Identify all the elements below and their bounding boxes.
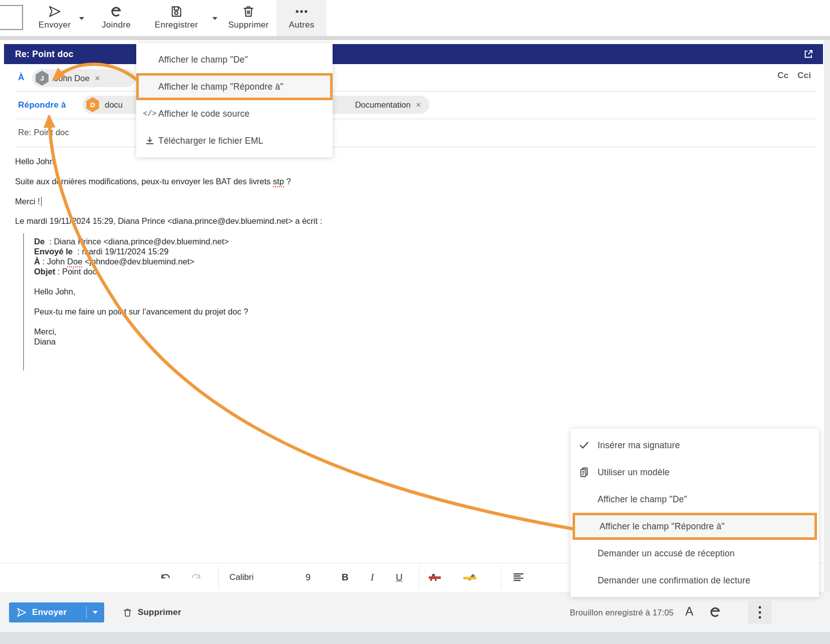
- trash-icon: [122, 607, 133, 618]
- open-in-new-window-icon[interactable]: [802, 48, 814, 60]
- menu-item-download-eml[interactable]: Télécharger le fichier EML: [136, 127, 333, 154]
- undo-icon: [159, 571, 172, 584]
- to-recipient-chip[interactable]: J John Doe ✕: [32, 69, 135, 87]
- misspelled-word: stp: [273, 177, 284, 187]
- save-icon: [169, 4, 183, 19]
- save-options-caret[interactable]: [212, 17, 217, 20]
- underline-button[interactable]: U: [396, 563, 403, 591]
- send-button-label: Envoyer: [32, 607, 67, 617]
- row-divider: [15, 147, 816, 147]
- template-icon: [577, 466, 591, 478]
- align-left-icon: [512, 571, 525, 584]
- ellipsis-icon: [295, 4, 309, 19]
- font-size-select[interactable]: 9: [306, 563, 311, 591]
- highlight-color-swatch: [463, 577, 476, 579]
- quote-line: Hello John,: [34, 286, 585, 296]
- check-icon: [577, 439, 591, 451]
- to-chip-name: John Doe: [54, 74, 90, 83]
- quote-header-objet: Objet : Point doc: [34, 266, 585, 276]
- undo-button[interactable]: [159, 563, 172, 591]
- bold-button[interactable]: B: [342, 563, 349, 591]
- discard-draft-button[interactable]: Supprimer: [122, 599, 181, 626]
- compose-title-bar: Re: Point doc: [4, 44, 823, 64]
- compose-footer-bar: Envoyer Supprimer Brouillon enregistré à…: [0, 592, 830, 632]
- font-color-button[interactable]: A: [430, 563, 437, 591]
- others-dropdown-menu: Afficher le champ "De" Afficher le champ…: [136, 43, 333, 157]
- menu-item-show-replyto[interactable]: Afficher le champ "Répondre à": [136, 73, 333, 100]
- menu-item-delivery-receipt[interactable]: Demander un accusé de réception: [571, 540, 819, 567]
- menu-item-show-de[interactable]: Afficher le champ "De": [571, 486, 819, 513]
- empty-box: [0, 5, 23, 30]
- body-paragraph[interactable]: Merci !: [15, 197, 42, 206]
- bottom-margin-strip: [0, 632, 830, 644]
- toolbar-separator: [218, 565, 219, 589]
- toolbar-separator: [501, 565, 501, 589]
- others-toolbar-button[interactable]: Autres: [276, 4, 327, 34]
- font-color-swatch: [429, 576, 441, 579]
- right-margin-strip: [824, 40, 830, 632]
- code-icon: </>: [143, 110, 157, 118]
- others-toolbar-label: Autres: [289, 20, 315, 30]
- subject-field[interactable]: Re: Point doc: [18, 128, 69, 138]
- quote-line: Peux-tu me faire un point sur l’avanceme…: [34, 306, 585, 316]
- redo-button[interactable]: [189, 563, 202, 591]
- menu-item-show-source[interactable]: </> Afficher le code source: [136, 100, 333, 127]
- font-family-select[interactable]: Calibri: [229, 563, 253, 591]
- row-divider: [15, 91, 816, 92]
- editor-options-menu: Insérer ma signature Utiliser un modèle …: [571, 429, 819, 597]
- send-toolbar-button[interactable]: Envoyer: [32, 4, 77, 34]
- highlight-button[interactable]: [465, 563, 478, 591]
- send-options-caret[interactable]: [79, 17, 84, 20]
- send-icon: [48, 4, 62, 19]
- menu-item-show-replyto[interactable]: Afficher le champ "Répondre à": [573, 513, 817, 540]
- cc-toggle[interactable]: Cc: [777, 71, 788, 81]
- more-options-button[interactable]: [755, 605, 765, 620]
- menu-item-read-receipt[interactable]: Demander une confirmation de lecture: [571, 567, 819, 594]
- align-button[interactable]: [512, 563, 525, 591]
- body-paragraph[interactable]: Hello John,: [15, 157, 57, 166]
- trash-icon: [241, 4, 255, 19]
- quote-line: Diana: [34, 337, 585, 347]
- paperclip-icon: [109, 4, 123, 19]
- send-options-caret[interactable]: [93, 611, 98, 614]
- avatar-documentation: D: [86, 97, 100, 112]
- send-toolbar-label: Envoyer: [39, 20, 71, 30]
- row-divider: [15, 119, 816, 119]
- attach-toolbar-label: Joindre: [102, 20, 131, 30]
- remove-recipient-icon[interactable]: ✕: [95, 74, 100, 82]
- quote-intro-line: Le mardi 19/11/2024 15:29, Diana Prince …: [15, 216, 322, 226]
- kebab-icon: [755, 605, 765, 620]
- toolbar-separator-band: [0, 36, 830, 40]
- save-toolbar-button[interactable]: Enregistrer: [144, 4, 208, 34]
- quote-header-envoye: Envoyé le : mardi 19/11/2024 15:29: [34, 246, 585, 256]
- attachment-button[interactable]: [708, 605, 722, 619]
- body-paragraph[interactable]: Suite aux dernières modifications, peux-…: [15, 177, 291, 186]
- delete-toolbar-label: Supprimer: [228, 20, 268, 30]
- delete-toolbar-button[interactable]: Supprimer: [222, 4, 274, 34]
- replyto-field-label: Répondre à: [18, 100, 66, 110]
- menu-item-show-de[interactable]: Afficher le champ "De": [136, 46, 333, 73]
- discard-draft-label: Supprimer: [138, 607, 181, 617]
- font-color-letter: A: [430, 572, 437, 583]
- italic-button[interactable]: I: [371, 563, 374, 591]
- quote-header-de: De : Diana Prince <diana.prince@dev.blue…: [34, 236, 585, 246]
- to-field-label: À: [18, 73, 24, 83]
- remove-replyto-icon[interactable]: ✕: [416, 101, 421, 109]
- redo-icon: [189, 571, 202, 584]
- menu-item-use-template[interactable]: Utiliser un modèle: [571, 459, 819, 486]
- misspelled-word: Doe: [67, 257, 82, 267]
- compose-title: Re: Point doc: [15, 49, 74, 60]
- draft-saved-status: Brouillon enregistré à 17:05: [551, 608, 674, 617]
- attach-toolbar-button[interactable]: Joindre: [94, 4, 138, 34]
- toolbar-separator: [419, 565, 419, 589]
- send-button[interactable]: Envoyer: [9, 602, 104, 622]
- cci-toggle[interactable]: Cci: [797, 71, 811, 81]
- top-toolbar: Envoyer Joindre Enregistrer Supprimer Au…: [0, 0, 830, 36]
- send-icon: [16, 607, 27, 618]
- send-split-divider: [86, 606, 87, 619]
- menu-item-insert-signature[interactable]: Insérer ma signature: [571, 432, 819, 459]
- paperclip-icon: [708, 605, 722, 619]
- download-icon: [143, 135, 157, 146]
- highlighter-icon: [465, 571, 478, 584]
- toggle-format-toolbar-button[interactable]: A: [685, 604, 693, 618]
